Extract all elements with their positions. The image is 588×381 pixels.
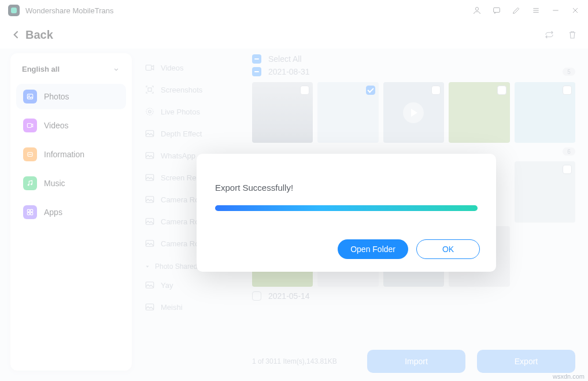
watermark: wsxdn.com: [553, 373, 585, 380]
open-folder-button[interactable]: Open Folder: [338, 239, 408, 259]
ok-button[interactable]: OK: [416, 239, 480, 259]
export-success-modal: Export Successfully! Open Folder OK: [197, 154, 496, 272]
progress-bar: [215, 205, 478, 211]
modal-message: Export Successfully!: [215, 183, 478, 193]
